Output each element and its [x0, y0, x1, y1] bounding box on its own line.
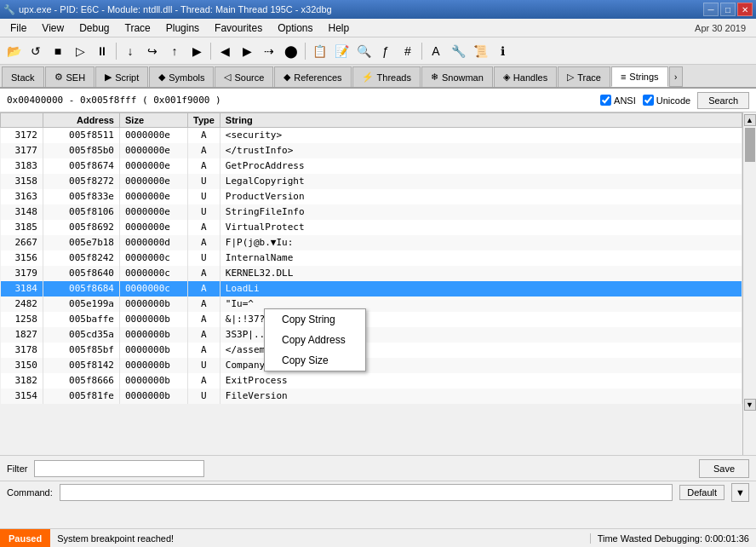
- toolbar-bp[interactable]: ⬤: [281, 41, 301, 61]
- toolbar-about[interactable]: ℹ: [492, 41, 513, 61]
- table-row[interactable]: 2667005e7b180000000dAF|P(j@b.▼Iu:: [1, 235, 742, 250]
- unicode-checkbox[interactable]: [643, 95, 654, 106]
- toolbar-step-over[interactable]: ↪: [142, 41, 163, 61]
- tab-source[interactable]: ◁ Source: [215, 66, 273, 87]
- table-row[interactable]: 3158005f82720000000eULegalCopyright: [1, 174, 742, 189]
- table-row[interactable]: 3182005f86660000000bAExitProcess: [1, 373, 742, 389]
- cell-type: A: [188, 297, 220, 312]
- toolbar-run-to[interactable]: ▶: [186, 41, 207, 61]
- toolbar-stop[interactable]: ■: [48, 41, 68, 61]
- tab-stack[interactable]: Stack: [2, 66, 44, 87]
- table-row[interactable]: 3185005f86920000000eAVirtualProtect: [1, 220, 742, 235]
- tab-seh[interactable]: ⚙ SEH: [45, 66, 95, 87]
- toolbar-log[interactable]: 📝: [331, 41, 352, 61]
- vertical-scrollbar[interactable]: ▲ ▼: [742, 112, 756, 481]
- menu-options[interactable]: Options: [271, 20, 319, 37]
- toolbar-a[interactable]: A: [426, 41, 446, 61]
- cell-address: 005f8684: [43, 281, 120, 297]
- ansi-checkbox-item[interactable]: ANSI: [600, 95, 636, 106]
- command-label: Command:: [7, 487, 53, 498]
- table-row[interactable]: 3183005f86740000000eAGetProcAddress: [1, 158, 742, 174]
- strings-table-container: Address Size Type String 3172005f8511000…: [0, 112, 756, 481]
- toolbar-patch[interactable]: 🔧: [448, 41, 468, 61]
- scroll-up-button[interactable]: ▲: [744, 114, 756, 126]
- toolbar-mem[interactable]: 📋: [309, 41, 329, 61]
- menu-trace[interactable]: Trace: [118, 20, 158, 37]
- toolbar-hash[interactable]: #: [398, 41, 418, 61]
- maximize-button[interactable]: □: [720, 3, 736, 16]
- cell-address: 005e7b18: [43, 235, 120, 250]
- table-row[interactable]: 3154005f81fe0000000bUFileVersion: [1, 389, 742, 404]
- toolbar-open[interactable]: 📂: [3, 41, 24, 61]
- toolbar-sep1: [116, 43, 117, 60]
- save-button[interactable]: Save: [699, 459, 749, 478]
- tabs-bar: Stack ⚙ SEH ▶ Script ◆ Symbols ◁ Source …: [0, 65, 756, 89]
- toolbar-search[interactable]: 🔍: [353, 41, 374, 61]
- context-copy-size[interactable]: Copy Size: [265, 350, 365, 371]
- tab-trace[interactable]: ▷ Trace: [558, 66, 610, 87]
- table-row[interactable]: 3178005f85bf0000000bA</assembly>: [1, 343, 742, 358]
- cell-type: U: [188, 358, 220, 373]
- menu-file[interactable]: File: [3, 20, 33, 37]
- toolbar-run[interactable]: ▷: [70, 41, 90, 61]
- toolbar-forward[interactable]: ▶: [237, 41, 257, 61]
- command-dropdown[interactable]: ▼: [731, 483, 749, 502]
- table-row[interactable]: 2482005e199a0000000bA"Iu=^: [1, 297, 742, 312]
- table-row[interactable]: 3156005f82420000000cUInternalName: [1, 250, 742, 266]
- scroll-thumb[interactable]: [745, 128, 755, 162]
- menu-date: Apr 30 2019: [695, 23, 753, 33]
- search-button[interactable]: Search: [697, 92, 749, 109]
- table-row[interactable]: 3179005f86400000000cAKERNEL32.DLL: [1, 266, 742, 281]
- menu-view[interactable]: View: [35, 20, 71, 37]
- tabs-scroll-right[interactable]: ›: [669, 66, 683, 87]
- table-row[interactable]: 3172005f85110000000eA<security>: [1, 128, 742, 143]
- context-copy-string[interactable]: Copy String: [265, 309, 365, 330]
- tab-threads[interactable]: ⚡ Threads: [352, 66, 421, 87]
- tab-snowman[interactable]: ❄ Snowman: [421, 66, 493, 87]
- close-button[interactable]: ✕: [737, 3, 753, 16]
- scroll-down-button[interactable]: ▼: [744, 399, 756, 411]
- cell-address: 005f8142: [43, 358, 120, 373]
- tab-handles[interactable]: ◈ Handles: [494, 66, 557, 87]
- menu-help[interactable]: Help: [322, 20, 357, 37]
- table-row[interactable]: 3163005f833e0000000eUProductVersion: [1, 189, 742, 204]
- toolbar-script[interactable]: 📜: [470, 41, 490, 61]
- cell-size: 0000000e: [120, 158, 188, 174]
- command-input[interactable]: [60, 484, 673, 501]
- toolbar-restart[interactable]: ↺: [26, 41, 46, 61]
- toolbar-sep4: [421, 43, 422, 60]
- menu-debug[interactable]: Debug: [72, 20, 116, 37]
- tab-script[interactable]: ▶ Script: [95, 66, 148, 87]
- cell-address: 005baffe: [43, 312, 120, 327]
- toolbar-sep2: [210, 43, 211, 60]
- toolbar-step-out[interactable]: ↑: [164, 41, 185, 61]
- toolbar-pause[interactable]: ⏸: [92, 41, 112, 61]
- cell-num: 3163: [1, 189, 43, 204]
- tab-symbols[interactable]: ◆ Symbols: [149, 66, 214, 87]
- table-row[interactable]: 1258005baffe0000000bA&|:!37?: [1, 312, 742, 327]
- toolbar-func[interactable]: ƒ: [375, 41, 396, 61]
- table-row[interactable]: 1827005cd35a0000000bA3S3P|...: [1, 327, 742, 343]
- menu-favourites[interactable]: Favourites: [208, 20, 269, 37]
- ansi-checkbox[interactable]: [600, 95, 611, 106]
- cell-size: 0000000b: [120, 373, 188, 389]
- toolbar-back[interactable]: ◀: [215, 41, 235, 61]
- toolbar-goto[interactable]: ⇢: [259, 41, 279, 61]
- titlebar-controls[interactable]: ─ □ ✕: [703, 3, 753, 16]
- tab-strings[interactable]: ≡ Strings: [611, 66, 668, 87]
- tab-references[interactable]: ◆ References: [274, 66, 351, 87]
- menu-plugins[interactable]: Plugins: [159, 20, 206, 37]
- context-copy-address[interactable]: Copy Address: [265, 330, 365, 350]
- table-row[interactable]: 3184005f86840000000cALoadLi: [1, 281, 742, 297]
- toolbar-step-into[interactable]: ↓: [120, 41, 140, 61]
- unicode-checkbox-item[interactable]: Unicode: [643, 95, 690, 106]
- table-row[interactable]: 3177005f85b00000000eA</trustInfo>: [1, 143, 742, 158]
- minimize-button[interactable]: ─: [703, 3, 719, 16]
- tab-stack-label: Stack: [11, 72, 35, 83]
- default-button[interactable]: Default: [679, 485, 724, 500]
- filter-input[interactable]: [34, 460, 204, 477]
- tab-trace-icon: ▷: [567, 72, 574, 83]
- table-row[interactable]: 3148005f81060000000eUStringFileInfo: [1, 204, 742, 220]
- table-row[interactable]: 3150005f81420000000bUCompanyName: [1, 358, 742, 373]
- table-scroll[interactable]: Address Size Type String 3172005f8511000…: [0, 112, 742, 481]
